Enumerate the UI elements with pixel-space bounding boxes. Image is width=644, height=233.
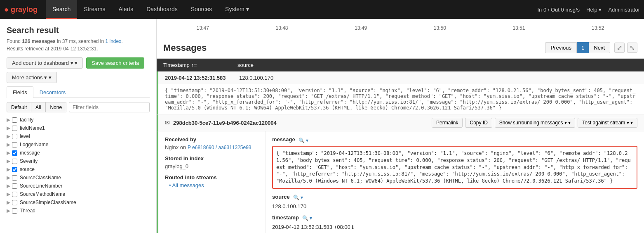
received-by-section: Received by Nginx on P e6818690 / aa6311… — [165, 136, 259, 150]
expand-arrow-icon[interactable]: ▶ — [7, 166, 10, 172]
tab-fields[interactable]: Fields — [7, 86, 33, 98]
none-button[interactable]: None — [45, 102, 66, 112]
messages-panel: Messages Previous 1 Next ⤢ ⤡ Timestamp ↑… — [157, 37, 644, 233]
timeline-tick: 13:47 — [197, 25, 209, 31]
th-timestamp[interactable]: Timestamp ↑≡ — [163, 62, 237, 68]
received-by-host: Nginx — [165, 144, 179, 150]
field-checkbox-severity[interactable] — [12, 159, 17, 164]
field-timestamp-value: 2019-04-12 13:52:31.583 +08:00 ℹ — [272, 224, 637, 230]
field-source-row: source 🔍 ▾ 128.0.100.170 — [272, 194, 637, 209]
field-label: level — [20, 133, 30, 139]
field-label: SourceSimpleClassName — [20, 200, 76, 205]
main-layout: Search result Found 126 messages in 37 m… — [0, 19, 644, 233]
field-label: SourceClassName — [20, 175, 61, 181]
field-checkbox-sourcemethodname[interactable] — [12, 192, 17, 197]
field-checkbox-source[interactable] — [12, 167, 17, 172]
expand-arrow-icon[interactable]: ▶ — [7, 150, 10, 156]
field-message-value: { "timestamp": "2019-04-12T13:51:30+08:0… — [272, 146, 637, 189]
previous-page-button[interactable]: Previous — [545, 42, 577, 53]
nav-item-search[interactable]: Search — [46, 0, 77, 19]
next-page-button[interactable]: Next — [589, 42, 610, 53]
field-label: Thread — [20, 208, 35, 214]
timeline-bar: 13:47 13:48 13:49 13:50 13:51 13:52 — [157, 19, 644, 37]
search-result-meta: Found 126 messages in 37 ms, searched in… — [7, 38, 150, 52]
all-button[interactable]: All — [31, 102, 45, 112]
nav-right: In 0 / Out 0 msg/s Help ▾ Administrator — [537, 7, 640, 13]
list-item: All messages — [169, 182, 259, 188]
detail-left: Received by Nginx on P e6818690 / aa6311… — [158, 131, 266, 233]
field-timestamp-row: timestamp 🔍 ▾ 2019-04-12 13:52:31.583 +0… — [272, 214, 637, 230]
zoom-message-icon[interactable]: 🔍 ▾ — [298, 138, 308, 143]
nav-items: Search Streams Alerts Dashboards Sources… — [46, 0, 256, 19]
expand-arrow-icon[interactable]: ▶ — [7, 142, 10, 147]
tab-decorators[interactable]: Decorators — [33, 86, 72, 98]
expand-arrow-icon[interactable]: ▶ — [7, 200, 10, 205]
field-label: facility — [20, 117, 33, 123]
field-label: SourceMethodName — [20, 191, 65, 197]
expand-icons: ⤢ ⤡ — [614, 43, 637, 53]
list-item: ▶ SourceMethodName — [7, 190, 150, 198]
index-link[interactable]: 1 index — [106, 38, 122, 44]
nav-item-streams[interactable]: Streams — [77, 0, 112, 19]
nav-item-dashboards[interactable]: Dashboards — [140, 0, 184, 19]
expand-arrow-icon[interactable]: ▶ — [7, 208, 10, 214]
field-list: ▶ facility ▶ fieldName1 ▶ level ▶ Logger… — [7, 116, 150, 215]
permalink-button[interactable]: Permalink — [432, 118, 463, 128]
logo-text: graylog — [11, 5, 38, 14]
test-against-stream-button[interactable]: Test against stream ▾ — [578, 118, 637, 128]
sidebar: Search result Found 126 messages in 37 m… — [0, 19, 157, 233]
field-checkbox-thread[interactable] — [12, 208, 17, 214]
field-checkbox-facility[interactable] — [12, 117, 17, 123]
message-row: 2019-04-12 13:52:31.583 128.0.100.170 { … — [157, 71, 644, 114]
expand-arrow-icon[interactable]: ▶ — [7, 183, 10, 189]
field-message-name: message — [272, 136, 295, 143]
field-checkbox-message[interactable] — [12, 150, 17, 156]
filter-fields-input[interactable] — [69, 102, 150, 112]
zoom-timestamp-icon[interactable]: 🔍 ▾ — [302, 215, 312, 221]
list-item: ▶ level — [7, 132, 150, 140]
nav-item-alerts[interactable]: Alerts — [112, 0, 140, 19]
expand-arrow-icon[interactable]: ▶ — [7, 191, 10, 197]
content-area: 13:47 13:48 13:49 13:50 13:51 13:52 Mess… — [157, 19, 644, 233]
default-button[interactable]: Default — [7, 102, 31, 112]
list-item: ▶ Thread — [7, 207, 150, 215]
nav-item-system[interactable]: System ▾ — [219, 0, 256, 19]
stored-index-value: graylog_0 — [165, 163, 259, 169]
top-nav: ● graylog Search Streams Alerts Dashboar… — [0, 0, 644, 19]
detail-actions: Permalink Copy ID Show surrounding messa… — [432, 118, 637, 128]
expand-arrow-icon[interactable]: ▶ — [7, 125, 10, 131]
field-checkbox-fieldname1[interactable] — [12, 126, 17, 131]
received-by-link[interactable]: P e6818690 / aa6311325e93 — [188, 145, 251, 150]
nav-user[interactable]: Administrator — [608, 7, 640, 13]
zoom-source-icon[interactable]: 🔍 ▾ — [293, 195, 303, 200]
sidebar-tabs: Fields Decorators — [7, 86, 150, 98]
field-checkbox-level[interactable] — [12, 134, 17, 139]
field-checkbox-loggername[interactable] — [12, 142, 17, 147]
collapse-icon[interactable]: ⤡ — [627, 43, 637, 53]
message-row-header[interactable]: 2019-04-12 13:52:31.583 128.0.100.170 — [157, 71, 644, 84]
routed-streams-label: Routed into streams — [165, 174, 259, 181]
add-dashboard-button[interactable]: Add count to dashboard ▾ — [7, 57, 83, 69]
list-item: ▶ LoggerName — [7, 140, 150, 149]
copy-id-button[interactable]: Copy ID — [465, 118, 492, 128]
field-checkbox-sourcesimpleclassname[interactable] — [12, 200, 17, 205]
field-source-name: source — [272, 194, 290, 200]
expand-arrow-icon[interactable]: ▶ — [7, 133, 10, 139]
nav-item-sources[interactable]: Sources — [184, 0, 219, 19]
search-result-title: Search result — [7, 26, 150, 35]
expand-arrow-icon[interactable]: ▶ — [7, 117, 10, 123]
received-by-label: Received by — [165, 136, 259, 143]
expand-icon[interactable]: ⤢ — [614, 43, 625, 53]
expand-arrow-icon[interactable]: ▶ — [7, 158, 10, 164]
list-item: ▶ SourceClassName — [7, 174, 150, 182]
stored-index-section: Stored in index graylog_0 — [165, 155, 259, 169]
expand-arrow-icon[interactable]: ▶ — [7, 175, 10, 181]
more-actions-button[interactable]: More actions ▾ — [7, 72, 57, 83]
field-checkbox-sourceclassname[interactable] — [12, 175, 17, 181]
stream-link[interactable]: All messages — [172, 182, 204, 188]
save-search-criteria-button[interactable]: Save search criteria — [86, 57, 144, 69]
field-checkbox-sourcelinenumber[interactable] — [12, 183, 17, 189]
show-surrounding-button[interactable]: Show surrounding messages ▾ — [495, 118, 575, 128]
nav-help[interactable]: Help ▾ — [586, 7, 602, 13]
timeline-ticks: 13:47 13:48 13:49 13:50 13:51 13:52 — [163, 25, 637, 31]
